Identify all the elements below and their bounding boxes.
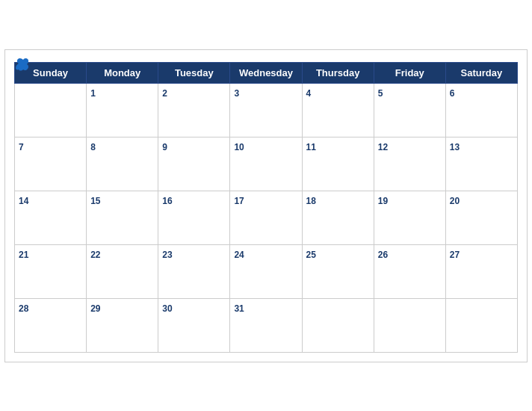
weekday-header-saturday: Saturday [445, 62, 517, 83]
day-number: 3 [234, 88, 239, 99]
calendar-cell: 9 [158, 137, 230, 191]
calendar-cell: 7 [15, 137, 87, 191]
weekday-header-friday: Friday [374, 62, 445, 83]
day-number: 27 [450, 250, 460, 260]
calendar-cell [445, 298, 517, 352]
day-number: 8 [90, 142, 96, 152]
calendar: SundayMondayTuesdayWednesdayThursdayFrid… [4, 49, 528, 362]
calendar-cell [15, 83, 87, 137]
calendar-cell: 5 [374, 83, 445, 137]
weekday-header-wednesday: Wednesday [230, 62, 302, 83]
day-number: 13 [450, 142, 460, 152]
calendar-cell: 10 [230, 137, 302, 191]
day-number: 22 [90, 250, 100, 260]
calendar-cell: 24 [230, 244, 302, 298]
day-number: 16 [162, 196, 172, 206]
day-number: 21 [19, 250, 28, 260]
calendar-cell: 19 [374, 191, 445, 244]
calendar-cell: 26 [374, 244, 445, 298]
calendar-cell: 18 [302, 191, 374, 244]
week-row-4: 21222324252627 [15, 244, 518, 298]
day-number: 24 [234, 250, 244, 260]
weekday-header-monday: Monday [87, 62, 158, 83]
weekday-header-thursday: Thursday [302, 62, 374, 83]
calendar-cell: 30 [158, 298, 230, 352]
calendar-cell: 20 [445, 191, 517, 244]
calendar-cell: 16 [158, 191, 230, 244]
week-row-2: 78910111213 [15, 137, 518, 191]
calendar-cell: 28 [15, 298, 87, 352]
day-number: 25 [306, 250, 316, 260]
calendar-cell: 13 [445, 137, 517, 191]
day-number: 20 [450, 196, 460, 206]
weekday-header-row: SundayMondayTuesdayWednesdayThursdayFrid… [15, 62, 518, 83]
day-number: 12 [378, 142, 388, 152]
calendar-cell: 15 [87, 191, 158, 244]
bird-icon [14, 58, 29, 71]
day-number: 23 [162, 250, 172, 260]
day-number: 26 [378, 250, 388, 260]
calendar-cell: 2 [158, 83, 230, 137]
day-number: 9 [162, 142, 167, 152]
calendar-cell: 25 [302, 244, 374, 298]
weekday-header-tuesday: Tuesday [158, 62, 230, 83]
week-row-5: 28293031 [15, 298, 518, 352]
day-number: 17 [234, 196, 244, 206]
calendar-cell: 11 [302, 137, 374, 191]
calendar-table: SundayMondayTuesdayWednesdayThursdayFrid… [14, 62, 518, 353]
calendar-cell: 27 [445, 244, 517, 298]
calendar-cell: 31 [230, 298, 302, 352]
day-number: 19 [378, 196, 388, 206]
day-number: 11 [306, 142, 316, 152]
day-number: 14 [19, 196, 28, 206]
calendar-cell: 21 [15, 244, 87, 298]
day-number: 31 [234, 303, 244, 314]
day-number: 29 [90, 303, 100, 314]
day-number: 2 [162, 88, 167, 99]
day-number: 30 [162, 303, 172, 314]
day-number: 28 [19, 303, 28, 314]
calendar-cell: 1 [87, 83, 158, 137]
day-number: 15 [90, 196, 100, 206]
day-number: 7 [19, 142, 24, 152]
day-number: 4 [306, 88, 312, 99]
calendar-cell [302, 298, 374, 352]
week-row-1: 123456 [15, 83, 518, 137]
calendar-cell: 8 [87, 137, 158, 191]
calendar-cell [374, 298, 445, 352]
day-number: 5 [378, 88, 383, 99]
calendar-cell: 12 [374, 137, 445, 191]
calendar-cell: 22 [87, 244, 158, 298]
calendar-cell: 17 [230, 191, 302, 244]
day-number: 1 [90, 88, 96, 99]
calendar-cell: 23 [158, 244, 230, 298]
calendar-cell: 6 [445, 83, 517, 137]
day-number: 18 [306, 196, 316, 206]
week-row-3: 14151617181920 [15, 191, 518, 244]
calendar-cell: 14 [15, 191, 87, 244]
day-number: 6 [450, 88, 455, 99]
day-number: 10 [234, 142, 244, 152]
calendar-cell: 4 [302, 83, 374, 137]
calendar-cell: 3 [230, 83, 302, 137]
calendar-cell: 29 [87, 298, 158, 352]
brand-logo [14, 58, 31, 71]
